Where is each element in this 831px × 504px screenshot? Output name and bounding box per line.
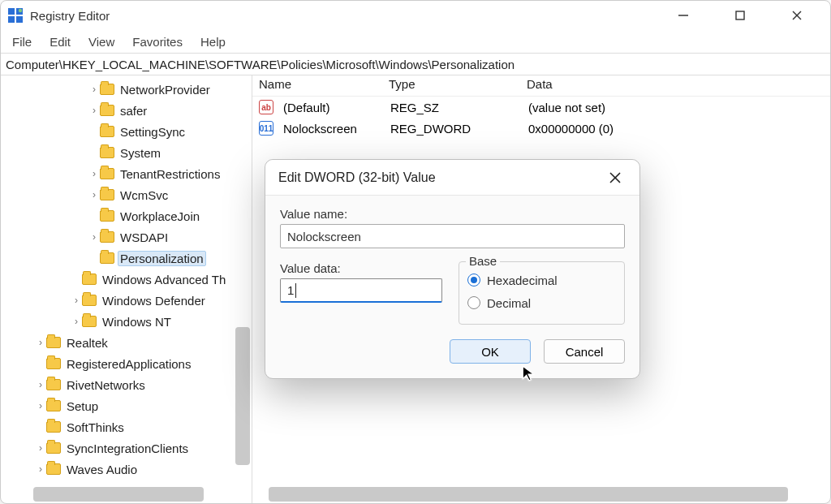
radio-icon	[467, 274, 480, 286]
tree-node[interactable]: RegisteredApplications	[1, 353, 252, 374]
tree-node-label: Waves Audio	[64, 462, 140, 477]
tree-node[interactable]: ›TenantRestrictions	[1, 163, 252, 184]
expander-icon[interactable]: ›	[35, 442, 46, 454]
tree-node[interactable]: ›Windows Defender	[1, 290, 252, 311]
folder-icon	[100, 231, 114, 243]
menu-file[interactable]: File	[12, 35, 32, 49]
dialog-titlebar: Edit DWORD (32-bit) Value	[265, 160, 639, 196]
expander-icon[interactable]: ›	[35, 337, 46, 348]
minimize-button[interactable]	[665, 3, 702, 28]
base-fieldset: Base Hexadecimal Decimal	[459, 261, 625, 325]
tree-pane: ›NetworkProvider›saferSettingSyncSystem›…	[1, 75, 252, 504]
dialog-buttons: OK Cancel	[265, 330, 639, 378]
values-list[interactable]: ab(Default)REG_SZ(value not set)011Noloc…	[252, 97, 830, 139]
tree-node[interactable]: SettingSync	[1, 121, 252, 142]
address-bar[interactable]: Computer\HKEY_LOCAL_MACHINE\SOFTWARE\Pol…	[1, 53, 830, 75]
expander-icon[interactable]: ›	[88, 84, 100, 95]
tree-node-label: WSDAPI	[118, 230, 170, 245]
tree-node[interactable]: WorkplaceJoin	[1, 205, 252, 226]
tree-node[interactable]: ›Realtek	[1, 332, 252, 353]
expander-icon[interactable]: ›	[88, 231, 100, 243]
folder-icon	[82, 295, 97, 306]
dword-value-icon: 011	[259, 121, 273, 136]
tree-node[interactable]: Personalization	[1, 248, 252, 269]
tree-scrollbar-horizontal[interactable]	[33, 487, 204, 502]
folder-icon	[82, 274, 97, 285]
radio-decimal[interactable]: Decimal	[467, 291, 616, 314]
value-data: 0x00000000 (0)	[522, 120, 830, 137]
cancel-button[interactable]: Cancel	[544, 339, 625, 364]
edit-dword-dialog: Edit DWORD (32-bit) Value Value name: Va…	[265, 159, 640, 379]
value-data-label: Value data:	[280, 261, 442, 275]
tree-node[interactable]: ›safer	[1, 100, 252, 121]
folder-icon	[100, 168, 114, 179]
value-name-input[interactable]	[280, 224, 625, 248]
value-type: REG_SZ	[384, 99, 522, 116]
value-row[interactable]: 011NolockscreenREG_DWORD0x00000000 (0)	[252, 118, 830, 139]
svg-point-4	[19, 9, 22, 12]
radio-hexadecimal[interactable]: Hexadecimal	[467, 269, 616, 291]
tree-node[interactable]: ›WSDAPI	[1, 226, 252, 248]
tree-node[interactable]: System	[1, 142, 252, 163]
folder-icon	[100, 84, 114, 95]
expander-icon[interactable]: ›	[71, 316, 82, 327]
folder-icon	[100, 105, 114, 116]
tree-node-label: RegisteredApplications	[64, 356, 193, 372]
expander-icon[interactable]: ›	[35, 463, 46, 475]
values-header: Name Type Data	[252, 75, 830, 97]
tree-node[interactable]: ›SyncIntegrationClients	[1, 437, 252, 459]
menubar: File Edit View Favorites Help	[1, 30, 830, 53]
tree-node[interactable]: ›Setup	[1, 395, 252, 416]
value-data-input[interactable]: 1	[280, 278, 442, 303]
tree-node[interactable]: Windows Advanced Th	[1, 269, 252, 290]
values-scrollbar-horizontal[interactable]	[269, 487, 788, 502]
tree-node-label: Windows Advanced Th	[100, 272, 228, 287]
value-data: (value not set)	[522, 99, 830, 116]
tree-node-label: WcmSvc	[118, 187, 170, 203]
folder-icon	[46, 463, 61, 475]
ok-button[interactable]: OK	[450, 339, 531, 364]
tree-node[interactable]: ›Waves Audio	[1, 459, 252, 480]
folder-icon	[82, 316, 97, 327]
tree-node[interactable]: ›RivetNetworks	[1, 374, 252, 395]
expander-icon[interactable]: ›	[71, 295, 82, 306]
tree-node[interactable]: SoftThinks	[1, 416, 252, 437]
menu-favorites[interactable]: Favorites	[132, 35, 183, 49]
tree-node-label: WorkplaceJoin	[118, 209, 202, 224]
window-controls	[665, 3, 824, 28]
close-button[interactable]	[778, 3, 816, 28]
col-data[interactable]: Data	[520, 75, 830, 96]
tree-node-label: SoftThinks	[64, 420, 127, 435]
folder-icon	[100, 252, 114, 264]
expander-icon[interactable]: ›	[35, 400, 46, 411]
tree-node-label: System	[118, 145, 163, 161]
tree-scrollbar-vertical[interactable]	[235, 327, 250, 465]
menu-edit[interactable]: Edit	[50, 35, 71, 49]
expander-icon[interactable]: ›	[88, 105, 100, 116]
folder-icon	[100, 189, 114, 200]
dialog-close-button[interactable]	[604, 166, 626, 189]
expander-icon[interactable]: ›	[88, 168, 100, 179]
address-text: Computer\HKEY_LOCAL_MACHINE\SOFTWARE\Pol…	[6, 58, 515, 71]
folder-icon	[46, 358, 61, 369]
col-name[interactable]: Name	[252, 75, 382, 96]
tree-node[interactable]: ›NetworkProvider	[1, 79, 252, 100]
value-row[interactable]: ab(Default)REG_SZ(value not set)	[252, 97, 830, 118]
tree-node[interactable]: ›WcmSvc	[1, 184, 252, 205]
folder-icon	[100, 147, 114, 158]
folder-icon	[46, 421, 61, 433]
registry-tree[interactable]: ›NetworkProvider›saferSettingSyncSystem›…	[1, 75, 252, 480]
col-type[interactable]: Type	[382, 75, 520, 96]
radio-dec-label: Decimal	[487, 296, 531, 310]
radio-hex-label: Hexadecimal	[487, 274, 558, 287]
tree-node-label: TenantRestrictions	[118, 166, 222, 182]
menu-view[interactable]: View	[88, 35, 114, 49]
expander-icon[interactable]: ›	[35, 379, 46, 390]
tree-node[interactable]: ›Windows NT	[1, 311, 252, 332]
folder-icon	[46, 442, 61, 454]
menu-help[interactable]: Help	[200, 35, 226, 49]
expander-icon[interactable]: ›	[88, 189, 100, 200]
maximize-button[interactable]	[721, 3, 759, 28]
tree-node-label: NetworkProvider	[118, 82, 213, 97]
value-data-text: 1	[287, 283, 294, 297]
